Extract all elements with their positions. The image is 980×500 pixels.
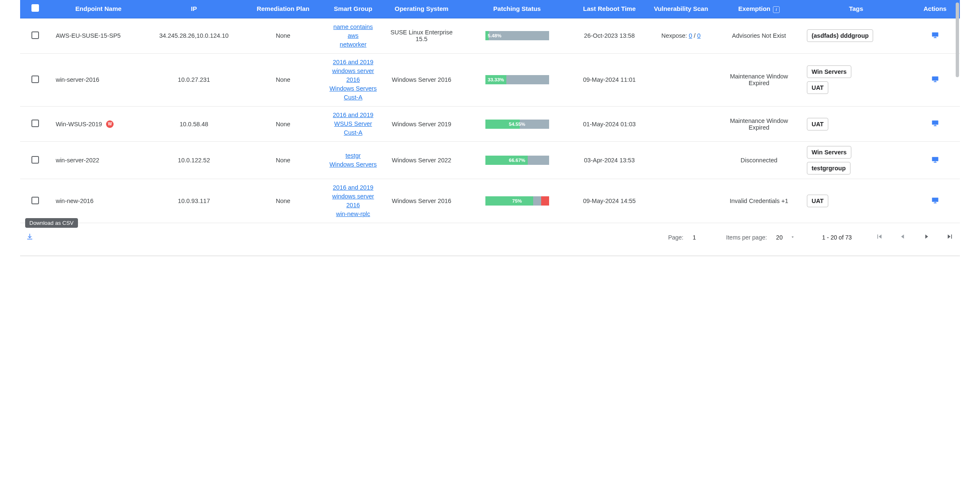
svg-rect-5 (935, 81, 936, 81)
patching-percent: 54.55% (485, 120, 549, 129)
tag-chip[interactable]: Win Servers (807, 146, 851, 159)
svg-rect-13 (933, 203, 936, 203)
last-page-button[interactable] (944, 231, 956, 244)
wsus-badge-icon: W (106, 120, 114, 128)
smart-group-link[interactable]: 2016 and 2019 (328, 58, 379, 67)
tag-chip[interactable]: UAT (807, 195, 828, 207)
patching-progress[interactable]: 66.67% (485, 156, 549, 165)
svg-rect-2 (935, 36, 936, 37)
smart-group-link[interactable]: 2016 and 2019 (328, 111, 379, 120)
page-range: 1 - 20 of 73 (822, 234, 852, 241)
view-endpoint-icon[interactable] (931, 122, 939, 129)
header-patching[interactable]: Patching Status (461, 0, 573, 18)
page-value[interactable]: 1 (693, 234, 696, 241)
table-row: win-server-201610.0.27.231None2016 and 2… (20, 54, 960, 107)
remediation-plan: None (276, 32, 290, 39)
remediation-plan: None (276, 76, 290, 83)
endpoint-name: Win-WSUS-2019 (56, 121, 102, 128)
operating-system: SUSE Linux Enterprise 15.5 (391, 29, 453, 42)
header-endpoint[interactable]: Endpoint Name (51, 0, 146, 18)
tag-chip[interactable]: (asdfads) dddgroup (807, 29, 873, 42)
chevron-down-icon (790, 234, 795, 241)
row-checkbox[interactable] (31, 76, 39, 83)
row-checkbox[interactable] (31, 31, 39, 39)
smart-group-link[interactable]: testgr (328, 151, 379, 160)
smart-group-link[interactable]: Cust-A (328, 93, 379, 102)
exemption-status: Disconnected (741, 157, 778, 164)
patching-progress[interactable]: 33.33% (485, 75, 549, 84)
view-endpoint-icon[interactable] (931, 199, 939, 206)
prev-page-button[interactable] (897, 231, 909, 244)
tag-chip[interactable]: testgrgroup (807, 162, 850, 174)
smart-group-link[interactable]: win-new-rplc (328, 210, 379, 219)
smart-group-link[interactable]: name contains aws (328, 23, 379, 40)
tag-chip[interactable]: Win Servers (807, 65, 851, 78)
header-exemption[interactable]: Exemptioni (716, 0, 802, 18)
svg-rect-10 (933, 162, 936, 163)
header-smartgroup[interactable]: Smart Group (324, 0, 382, 18)
header-remediation[interactable]: Remediation Plan (242, 0, 324, 18)
table-row: win-new-201610.0.93.117None2016 and 2019… (20, 179, 960, 223)
last-reboot-time: 09-May-2024 14:55 (583, 198, 636, 204)
first-page-button[interactable] (874, 231, 885, 244)
ip-address: 10.0.93.117 (178, 198, 210, 204)
patching-percent: 5.48% (488, 31, 502, 40)
table-row: Win-WSUS-2019W10.0.58.48None2016 and 201… (20, 107, 960, 142)
endpoint-name: win-server-2022 (56, 157, 99, 164)
row-checkbox[interactable] (31, 120, 39, 127)
svg-rect-6 (932, 120, 938, 125)
smart-group-link[interactable]: networker (328, 40, 379, 49)
smart-group-link[interactable]: Windows Servers (328, 160, 379, 169)
ip-address: 10.0.122.52 (178, 157, 210, 164)
header-reboot[interactable]: Last Reboot Time (573, 0, 646, 18)
ip-address: 34.245.28.26,10.0.124.10 (159, 32, 228, 39)
patching-percent: 75% (485, 196, 549, 206)
svg-rect-0 (932, 32, 938, 36)
smart-group-link[interactable]: 2016 and 2019 (328, 183, 379, 192)
endpoint-name: win-server-2016 (56, 76, 99, 83)
svg-rect-8 (935, 125, 936, 125)
row-checkbox[interactable] (31, 197, 39, 204)
header-vuln[interactable]: Vulnerability Scan (646, 0, 716, 18)
exemption-status: Maintenance Window Expired (730, 73, 788, 86)
ip-address: 10.0.27.231 (178, 76, 210, 83)
last-reboot-time: 26-Oct-2023 13:58 (584, 32, 635, 39)
endpoint-table-wrap: Endpoint Name IP Remediation Plan Smart … (20, 0, 960, 256)
view-endpoint-icon[interactable] (931, 159, 939, 165)
svg-rect-14 (935, 202, 936, 203)
smart-group-link[interactable]: WSUS Server (328, 120, 379, 128)
view-endpoint-icon[interactable] (931, 34, 939, 41)
exemption-status: Maintenance Window Expired (730, 117, 788, 131)
svg-rect-7 (933, 125, 936, 126)
endpoint-name: AWS-EU-SUSE-15-SP5 (56, 32, 121, 39)
items-per-page-select[interactable]: 20 (776, 234, 796, 241)
table-row: AWS-EU-SUSE-15-SP534.245.28.26,10.0.124.… (20, 18, 960, 54)
info-icon[interactable]: i (773, 6, 780, 13)
last-reboot-time: 09-May-2024 11:01 (583, 76, 636, 83)
patching-progress[interactable]: 54.55% (485, 120, 549, 129)
tag-chip[interactable]: UAT (807, 81, 828, 94)
patching-progress[interactable]: 75% (485, 196, 549, 206)
header-ip[interactable]: IP (146, 0, 242, 18)
exemption-status: Invalid Credentials +1 (730, 198, 788, 204)
operating-system: Windows Server 2016 (392, 198, 451, 204)
next-page-button[interactable] (920, 231, 932, 244)
smart-group-link[interactable]: windows server 2016 (328, 67, 379, 84)
remediation-plan: None (276, 198, 290, 204)
smart-group-link[interactable]: windows server 2016 (328, 192, 379, 210)
patching-progress[interactable]: 5.48% (485, 31, 549, 40)
header-checkbox[interactable] (20, 0, 51, 18)
vertical-scrollbar[interactable] (956, 3, 959, 77)
smart-group-link[interactable]: Windows Servers (328, 84, 379, 93)
remediation-plan: None (276, 157, 290, 164)
svg-rect-9 (932, 157, 938, 161)
header-os[interactable]: Operating System (382, 0, 461, 18)
download-csv-button[interactable] (24, 231, 35, 243)
view-endpoint-icon[interactable] (931, 78, 939, 85)
vuln-count-link[interactable]: 0 (697, 32, 700, 39)
tag-chip[interactable]: UAT (807, 118, 828, 130)
header-tags[interactable]: Tags (802, 0, 910, 18)
smart-group-link[interactable]: Cust-A (328, 128, 379, 137)
row-checkbox[interactable] (31, 156, 39, 164)
vuln-source: Nexpose: (661, 32, 689, 39)
